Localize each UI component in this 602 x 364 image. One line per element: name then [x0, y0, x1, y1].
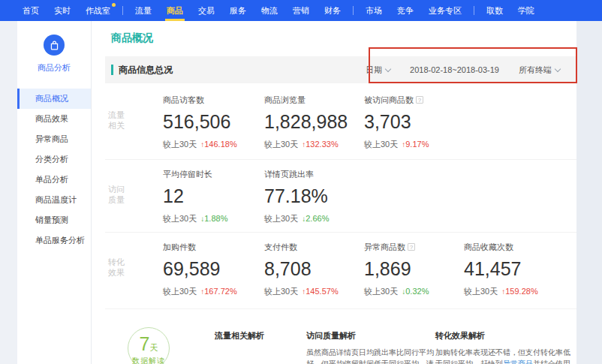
- row-category-label: 流量相关: [108, 110, 128, 131]
- insight-body: 加购转化率表现还不错，但支付转化率低于同行平均，赶快到异常商品并结合使用商品温度…: [435, 347, 572, 364]
- sidebar-item-product-effect[interactable]: 商品效果: [17, 109, 91, 129]
- sidebar-item-category-analysis[interactable]: 分类分析: [17, 149, 91, 170]
- app-window: 首页 实时 作战室 流量 商品 交易 服务 物流 营销 财务 市场 竞争 业务专…: [0, 0, 602, 364]
- nav-item-business-zone[interactable]: 业务专区: [421, 0, 469, 21]
- metric-product-favorites: 商品收藏次数 41,457 较上30天159.28%: [464, 242, 538, 297]
- metric-cart-adds: 加购件数 69,589 较上30天167.72%: [163, 242, 237, 297]
- right-gutter: [576, 21, 602, 364]
- nav-item-academy[interactable]: 学院: [510, 0, 542, 21]
- date-range-picker[interactable]: 2018-02-18~2018-03-19: [410, 65, 499, 74]
- metric-label: 支付件数: [264, 242, 339, 253]
- nav-item-traffic[interactable]: 流量: [128, 0, 159, 21]
- metric-value: 8,708: [264, 258, 339, 280]
- section-header: 商品信息总况 日期 2018-02-18~2018-03-19 所有终端: [105, 56, 576, 83]
- metric-avg-stay-time: 平均停留时长 12 较上30天1.88%: [163, 169, 227, 224]
- nav-item-warroom-label: 作战室: [86, 6, 110, 15]
- help-icon[interactable]: ?: [408, 243, 415, 251]
- metric-row-traffic: 流量相关 商品访客数 516,506 较上30天146.18% 商品浏览量 1,…: [105, 86, 576, 160]
- change-value: 0.32%: [402, 287, 429, 296]
- nav-item-home[interactable]: 首页: [15, 0, 47, 21]
- metric-compare: 较上30天146.18%: [163, 139, 237, 150]
- metric-value: 516,506: [163, 111, 237, 133]
- sidebar-menu: 商品概况 商品效果 异常商品 分类分析 单品分析 商品温度计 销量预测 单品服务…: [17, 89, 91, 251]
- date-type-dropdown[interactable]: 日期: [366, 65, 390, 76]
- metric-value: 41,457: [464, 258, 538, 280]
- metric-label: 商品访客数: [163, 95, 237, 106]
- metric-product-pageviews: 商品浏览量 1,828,988 较上30天132.33%: [264, 95, 348, 150]
- sidebar-item-abnormal-products[interactable]: 异常商品: [17, 129, 91, 149]
- shopping-bag-icon: [49, 40, 60, 51]
- compare-label: 较上30天: [264, 287, 298, 296]
- sidebar-item-sales-forecast[interactable]: 销量预测: [17, 210, 91, 230]
- section-title: 商品信息总况: [119, 64, 173, 77]
- insight-conversion: 转化效果解析 加购转化率表现还不错，但支付转化率低于同行平均，赶快到异常商品并结…: [435, 330, 572, 364]
- nav-item-marketing[interactable]: 营销: [285, 0, 317, 21]
- nav-item-service[interactable]: 服务: [222, 0, 254, 21]
- insight-traffic: 流量相关解析: [215, 330, 301, 341]
- compare-label: 较上30天: [364, 287, 398, 296]
- metric-compare: 较上30天167.72%: [163, 286, 237, 297]
- nav-divider: [474, 6, 474, 15]
- change-value: 159.28%: [501, 287, 537, 296]
- metric-row-conversion: 转化效果 加购件数 69,589 较上30天167.72% 支付件数 8,708…: [105, 233, 576, 309]
- abnormal-products-link[interactable]: 异常商品: [503, 359, 533, 364]
- change-value: 167.72%: [200, 287, 236, 296]
- metric-abnormal-products: 异常商品数? 1,869 较上30天0.32%: [364, 242, 429, 297]
- nav-item-realtime[interactable]: 实时: [47, 0, 78, 21]
- badge-caption: 数据解读: [128, 356, 169, 364]
- metric-compare: 较上30天132.33%: [264, 139, 348, 150]
- sidebar-item-single-product-analysis[interactable]: 单品分析: [17, 170, 91, 190]
- metric-label: 加购件数: [163, 242, 237, 253]
- terminal-dropdown[interactable]: 所有终端: [519, 65, 560, 76]
- nav-item-finance[interactable]: 财务: [317, 0, 348, 21]
- date-type-label: 日期: [366, 65, 382, 74]
- metric-value: 1,828,988: [264, 111, 348, 133]
- metric-detail-bounce-rate: 详情页跳出率 77.18% 较上30天2.66%: [264, 169, 329, 224]
- compare-label: 较上30天: [464, 287, 498, 296]
- metric-value: 1,869: [364, 258, 429, 280]
- change-value: 146.18%: [200, 140, 236, 149]
- metric-value: 12: [163, 185, 227, 207]
- sidebar-item-product-thermometer[interactable]: 商品温度计: [17, 190, 91, 210]
- nav-item-logistics[interactable]: 物流: [254, 0, 285, 21]
- metric-compare: 较上30天145.57%: [264, 286, 339, 297]
- help-icon[interactable]: ?: [416, 96, 423, 104]
- main-panel: 商品概况 商品信息总况 日期 2018-02-18~2018-03-19 所有终…: [92, 21, 576, 364]
- metric-label: 详情页跳出率: [264, 169, 329, 180]
- metric-value: 77.18%: [264, 185, 329, 207]
- insight-title: 转化效果解析: [435, 330, 572, 341]
- change-value: 132.33%: [302, 140, 338, 149]
- product-analysis-icon: [44, 35, 65, 56]
- sidebar: 商品分析 商品概况 商品效果 异常商品 分类分析 单品分析 商品温度计 销量预测…: [17, 21, 92, 364]
- compare-label: 较上30天: [264, 214, 298, 223]
- nav-item-market[interactable]: 市场: [358, 0, 390, 21]
- metric-row-visit-quality: 访问质量 平均停留时长 12 较上30天1.88% 详情页跳出率 77.18% …: [105, 160, 576, 233]
- nav-item-products[interactable]: 商品: [159, 0, 191, 21]
- insight-visit-quality: 访问质量解析 虽然商品详情页日均跳出率比同行平均好，但平均停留时间低于同行平均，…: [306, 330, 440, 364]
- chevron-down-icon: [555, 65, 561, 71]
- data-interpretation-badge: 7天 数据解读: [128, 327, 170, 364]
- metric-compare: 较上30天0.32%: [364, 286, 429, 297]
- badge-number: 7: [140, 333, 150, 354]
- nav-item-data-fetch[interactable]: 取数: [479, 0, 510, 21]
- nav-divider: [122, 6, 123, 15]
- sidebar-item-single-product-service[interactable]: 单品服务分析: [17, 230, 91, 251]
- metric-product-visitors: 商品访客数 516,506 较上30天146.18%: [163, 95, 237, 150]
- sidebar-module-title: 商品分析: [17, 62, 91, 74]
- badge-period: 7天: [128, 333, 169, 355]
- nav-item-trade[interactable]: 交易: [191, 0, 222, 21]
- nav-item-warroom[interactable]: 作战室: [78, 0, 118, 21]
- insight-title: 流量相关解析: [215, 330, 301, 341]
- insights-section: 7天 数据解读 流量相关解析 访问质量解析 虽然商品详情页日均跳出率比同行平均好…: [105, 317, 576, 364]
- metric-label: 异常商品数?: [364, 242, 429, 253]
- notification-dot-icon: [112, 3, 116, 7]
- terminal-label: 所有终端: [519, 65, 552, 74]
- metric-label: 平均停留时长: [163, 169, 227, 180]
- compare-label: 较上30天: [163, 214, 197, 223]
- change-value: 2.66%: [302, 214, 329, 223]
- metric-paid-items: 支付件数 8,708 较上30天145.57%: [264, 242, 339, 297]
- sidebar-item-product-overview[interactable]: 商品概况: [17, 89, 91, 109]
- metric-compare: 较上30天1.88%: [163, 213, 227, 224]
- nav-item-competition[interactable]: 竞争: [390, 0, 421, 21]
- compare-label: 较上30天: [163, 287, 197, 296]
